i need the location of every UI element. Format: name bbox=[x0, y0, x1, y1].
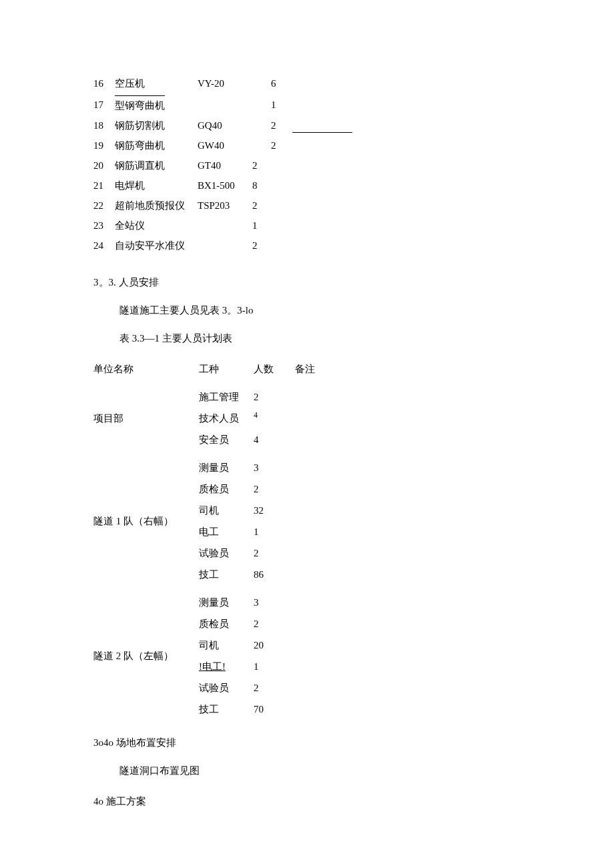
count: 20 bbox=[254, 634, 295, 656]
count: 3 bbox=[254, 457, 295, 478]
table-row: 21电焊机BX1-5008 bbox=[93, 175, 352, 195]
equip-model: GW40 bbox=[198, 135, 252, 155]
equip-name: 型钢弯曲机 bbox=[115, 93, 198, 115]
note bbox=[295, 386, 328, 408]
role: 电工 bbox=[199, 521, 254, 542]
equip-name: 钢筋弯曲机 bbox=[115, 135, 198, 155]
header-note: 备注 bbox=[295, 358, 328, 380]
equip-model bbox=[198, 215, 252, 236]
count: 2 bbox=[254, 677, 295, 699]
count: 1 bbox=[254, 521, 295, 542]
table-row: 隧道 2 队（左幅）测量员3 bbox=[93, 592, 328, 613]
count: 3 bbox=[254, 592, 295, 613]
note bbox=[295, 542, 328, 564]
equip-name: 超前地质预报仪 bbox=[115, 195, 198, 215]
equip-model: TSP203 bbox=[198, 195, 252, 215]
count: 86 bbox=[254, 564, 295, 585]
header-count: 人数 bbox=[254, 358, 295, 380]
count: 2 bbox=[254, 386, 295, 408]
role: 测量员 bbox=[199, 592, 254, 613]
equip-qty: 1 bbox=[252, 93, 292, 115]
note bbox=[295, 408, 328, 429]
group-spacer bbox=[93, 450, 328, 457]
table-row: 项目部施工管理2 bbox=[93, 386, 328, 408]
note bbox=[295, 677, 328, 699]
equip-index: 16 bbox=[93, 73, 115, 93]
count: 2 bbox=[254, 542, 295, 564]
equip-index: 17 bbox=[93, 93, 115, 115]
role: 试验员 bbox=[199, 542, 254, 564]
group-spacer bbox=[93, 380, 328, 386]
role: 安全员 bbox=[199, 429, 254, 450]
table-row: 16空压机VY-206 bbox=[93, 73, 352, 93]
unit-name: 隧道 1 队（右幅） bbox=[93, 457, 199, 585]
table-row: 22超前地质预报仪TSP2032 bbox=[93, 195, 352, 215]
equip-model: BX1-500 bbox=[198, 175, 252, 195]
equip-qty: 2 bbox=[252, 236, 292, 256]
role: !电工! bbox=[199, 656, 254, 677]
table-row: 24自动安平水准仪2 bbox=[93, 236, 352, 256]
unit-name: 隧道 2 队（左幅） bbox=[93, 592, 199, 720]
table-header-row: 单位名称 工种 人数 备注 bbox=[93, 358, 328, 380]
note bbox=[295, 656, 328, 677]
equip-qty: 2 bbox=[252, 135, 292, 155]
equip-index: 24 bbox=[93, 236, 115, 256]
equip-name: 钢筋调直机 bbox=[115, 155, 198, 175]
equip-index: 18 bbox=[93, 115, 115, 135]
equip-index: 22 bbox=[93, 195, 115, 215]
note bbox=[295, 613, 328, 634]
note bbox=[295, 699, 328, 720]
equip-index: 23 bbox=[93, 215, 115, 236]
note bbox=[295, 592, 328, 613]
equip-qty: 6 bbox=[252, 73, 292, 93]
note bbox=[295, 429, 328, 450]
note bbox=[295, 478, 328, 500]
equip-name: 空压机 bbox=[115, 73, 198, 93]
role: 质检员 bbox=[199, 613, 254, 634]
personnel-table: 单位名称 工种 人数 备注 项目部施工管理2技术人员4安全员4隧道 1 队（右幅… bbox=[93, 358, 328, 720]
equip-model bbox=[198, 236, 252, 256]
equipment-table: 16空压机VY-20617型钢弯曲机118钢筋切割机GQ40219钢筋弯曲机GW… bbox=[93, 73, 352, 256]
count: 4 bbox=[254, 429, 295, 450]
equip-index: 20 bbox=[93, 155, 115, 175]
role: 施工管理 bbox=[199, 386, 254, 408]
unit-name: 项目部 bbox=[93, 386, 199, 450]
equip-qty: 2 bbox=[252, 115, 292, 135]
note bbox=[295, 634, 328, 656]
note bbox=[295, 564, 328, 585]
equip-qty: 2 bbox=[252, 195, 292, 215]
count: 2 bbox=[254, 478, 295, 500]
count: 2 bbox=[254, 613, 295, 634]
header-role: 工种 bbox=[199, 358, 254, 380]
equip-index: 21 bbox=[93, 175, 115, 195]
equip-name: 自动安平水准仪 bbox=[115, 236, 198, 256]
table-row: 23全站仪1 bbox=[93, 215, 352, 236]
equip-model: VY-20 bbox=[198, 73, 252, 93]
equip-name: 电焊机 bbox=[115, 175, 198, 195]
section-personnel-head: 3。3. 人员安排 bbox=[93, 274, 521, 290]
equip-name: 钢筋切割机 bbox=[115, 115, 198, 135]
count: 32 bbox=[254, 500, 295, 521]
table-row: 隧道 1 队（右幅）测量员3 bbox=[93, 457, 328, 478]
personnel-intro: 隧道施工主要人员见表 3。3-lo bbox=[93, 302, 521, 318]
table-row: 19钢筋弯曲机GW402 bbox=[93, 135, 352, 155]
equip-model: GT40 bbox=[198, 155, 252, 175]
role: 技术人员 bbox=[199, 408, 254, 429]
site-layout-intro: 隧道洞口布置见图 bbox=[93, 763, 521, 779]
section-site-layout-head: 3o4o 场地布置安排 bbox=[93, 735, 521, 751]
note bbox=[295, 521, 328, 542]
equip-name: 全站仪 bbox=[115, 215, 198, 236]
table-row: 17型钢弯曲机1 bbox=[93, 93, 352, 115]
table-row: 18钢筋切割机GQ402 bbox=[93, 115, 352, 135]
section-scheme-head: 4o 施工方案 bbox=[93, 793, 521, 809]
role: 技工 bbox=[199, 699, 254, 720]
personnel-table-title: 表 3.3—1 主要人员计划表 bbox=[93, 330, 521, 346]
equip-model: GQ40 bbox=[198, 115, 252, 135]
equip-qty: 2 bbox=[252, 155, 292, 175]
note bbox=[295, 457, 328, 478]
count: 1 bbox=[254, 656, 295, 677]
header-unit: 单位名称 bbox=[93, 358, 199, 380]
role: 技工 bbox=[199, 564, 254, 585]
count: 70 bbox=[254, 699, 295, 720]
table-row: 20钢筋调直机GT402 bbox=[93, 155, 352, 175]
